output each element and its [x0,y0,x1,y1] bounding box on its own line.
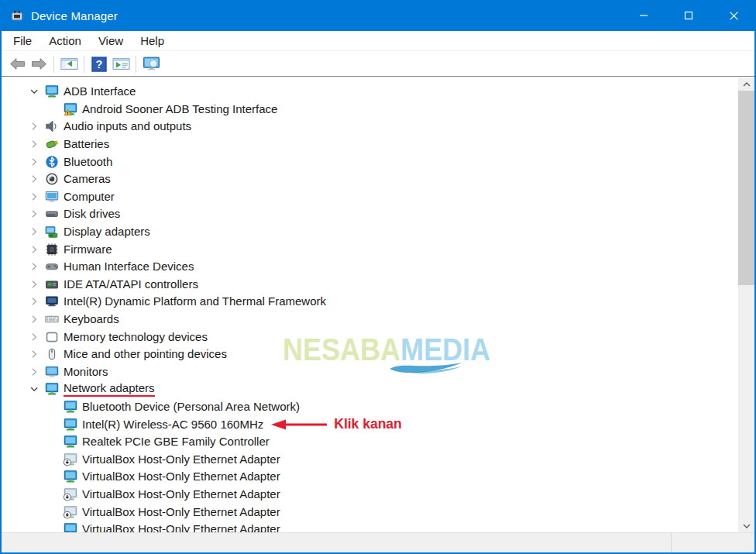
tree-item-label: Audio inputs and outputs [64,120,191,132]
minimize-button[interactable] [621,0,666,31]
scrollbar-thumb[interactable] [738,91,754,285]
firmware-chip-icon [45,243,59,256]
chevron-right-icon[interactable] [28,295,45,308]
chevron-right-icon[interactable] [28,348,45,360]
tree-item[interactable]: IDE ATA/ATAPI controllers [2,276,738,294]
tree-item[interactable]: Monitors [2,363,738,381]
tree-item[interactable]: Bluetooth Device (Personal Area Network) [2,398,738,416]
toolbar-show-console-tree-button[interactable] [58,54,80,74]
tree-item-label: VirtualBox Host-Only Ethernet Adapter [82,506,280,518]
chevron-right-icon[interactable] [28,191,45,203]
chevron-right-icon[interactable] [28,366,45,378]
disk-drive-icon [45,207,59,221]
tree-item[interactable]: Android Sooner ADB Testing Interface [2,101,738,119]
tree-item-label: Firmware [64,243,112,256]
tree-item[interactable]: Network adapters [2,380,738,398]
chevron-right-icon[interactable] [28,260,45,273]
chevron-right-icon[interactable] [28,331,45,343]
tree-item[interactable]: Keyboards [2,311,738,329]
tree-item[interactable]: VirtualBox Host-Only Ethernet Adapter [2,468,738,486]
chevron-right-icon[interactable] [28,243,45,256]
chevron-right-icon[interactable] [28,156,45,168]
tree-item-label: VirtualBox Host-Only Ethernet Adapter [82,488,280,501]
tree-item-label: IDE ATA/ATAPI controllers [64,278,198,291]
chevron-right-icon[interactable] [28,120,45,132]
tree-item[interactable]: Cameras [2,170,738,188]
scroll-up-button[interactable] [738,77,754,91]
network-adapter-icon [45,382,59,396]
chevron-right-icon[interactable] [28,278,45,291]
tree-item[interactable]: Batteries [2,136,738,153]
network-adapter-icon [64,470,77,483]
help-icon: ? [91,57,107,72]
tree-item[interactable]: VirtualBox Host-Only Ethernet Adapter [2,486,738,504]
tree-item[interactable]: Realtek PCIe GBE Family Controller [2,433,738,451]
tree-item[interactable]: VirtualBox Host-Only Ethernet Adapter [2,450,738,468]
tree-item[interactable]: ADB Interface [2,83,738,101]
tree-item[interactable]: VirtualBox Host-Only Ethernet Adapter [2,521,738,532]
window-title: Device Manager [31,9,118,22]
memory-card-icon [45,330,59,344]
tree-item-label: ADB Interface [64,85,136,98]
chevron-down-icon[interactable] [28,383,45,395]
tree-item[interactable]: VirtualBox Host-Only Ethernet Adapter [2,503,738,521]
tree-item[interactable]: Intel(R) Dynamic Platform and Thermal Fr… [2,293,738,311]
status-pane-left [2,533,671,552]
arrow-left-icon [9,57,26,71]
annotation-arrow-left-icon [270,418,328,431]
toolbar-separator [53,56,54,73]
tree-item[interactable]: Disk drives [2,205,738,223]
toolbar-separator [136,56,136,73]
status-bar [2,532,754,552]
computer-icon [45,190,59,204]
speaker-icon [45,119,59,133]
network-adapter-icon [64,400,77,414]
tree-item-label: Disk drives [64,208,120,220]
tree-item-label: Monitors [64,366,108,378]
tree-item-label: Bluetooth Device (Personal Area Network) [82,401,300,413]
device-tree-panel: ADB InterfaceAndroid Sooner ADB Testing … [2,77,754,532]
chevron-right-icon[interactable] [28,173,45,185]
toolbar-separator [84,56,84,73]
toolbar-forward-button[interactable] [28,54,50,74]
battery-icon [45,137,59,151]
chevron-right-icon[interactable] [28,313,45,325]
tree-item[interactable]: Display adapters [2,223,738,241]
tree-item[interactable]: Intel(R) Wireless-AC 9560 160MHzKlik kan… [2,415,738,433]
toolbar-scan-for-hardware-changes-button[interactable] [140,54,162,74]
svg-text:?: ? [96,57,103,70]
chevron-right-icon[interactable] [28,138,45,150]
tree-item[interactable]: Human Interface Devices [2,258,738,276]
maximize-button[interactable] [666,0,711,31]
bluetooth-icon [45,155,59,169]
toolbar-help-button[interactable]: ? [88,54,110,74]
toolbar-back-button[interactable] [6,54,28,74]
scroll-down-button[interactable] [738,519,754,532]
menu-action[interactable]: Action [40,33,90,49]
tree-item[interactable]: Bluetooth [2,153,738,170]
console-window-icon [60,57,78,71]
menu-view[interactable]: View [90,33,132,49]
tree-item[interactable]: Audio inputs and outputs [2,118,738,136]
tree-item-label: Mice and other pointing devices [64,348,227,360]
annotation-klik-kanan-label: Klik kanan [334,416,402,432]
gamepad-icon [45,260,59,274]
tree-item[interactable]: Computer [2,188,738,206]
toolbar: ? [2,52,754,77]
menu-help[interactable]: Help [132,33,173,49]
tree-item[interactable]: Mice and other pointing devices [2,346,738,363]
chevron-right-icon[interactable] [28,225,45,238]
vertical-scrollbar[interactable] [738,77,754,532]
tree-item[interactable]: Firmware [2,240,738,258]
toolbar-properties-button[interactable] [110,54,132,74]
tree-item-label: VirtualBox Host-Only Ethernet Adapter [82,470,280,483]
tree-item-label: Cameras [64,173,111,185]
menu-file[interactable]: File [5,33,40,49]
chevron-right-icon[interactable] [28,208,45,220]
ide-controller-icon [45,277,59,291]
close-button[interactable] [711,0,756,31]
chevron-down-icon[interactable] [28,85,45,98]
tree-item[interactable]: Memory technology devices [2,328,738,346]
network-adapter-icon [64,522,77,532]
tree-item-label: VirtualBox Host-Only Ethernet Adapter [82,523,280,532]
